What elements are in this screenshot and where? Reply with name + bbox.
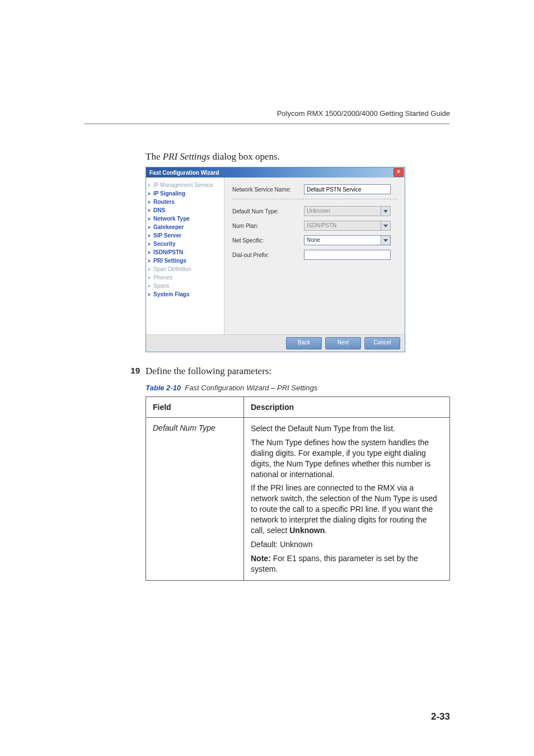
field-description-default-num-type: Select the Default Num Type from the lis… bbox=[244, 418, 450, 581]
step-number: 19 bbox=[123, 366, 140, 377]
page-number: 2-33 bbox=[431, 711, 450, 722]
table-head-description: Description bbox=[244, 397, 450, 418]
next-button[interactable]: Next bbox=[325, 337, 361, 349]
lead-text-italic: PRI Settings bbox=[163, 151, 210, 162]
lead-text-prefix: The bbox=[146, 151, 163, 162]
default-num-type-label: Default Num Type: bbox=[232, 208, 299, 214]
chevron-right-icon bbox=[148, 293, 151, 296]
nav-security[interactable]: Security bbox=[148, 240, 222, 248]
pri-settings-table: Field Description Default Num Type Selec… bbox=[146, 396, 450, 581]
select-value: ISDN/PSTN bbox=[305, 221, 381, 230]
table-caption-number: Table 2-10 bbox=[146, 384, 181, 392]
nav-label: Security bbox=[153, 241, 175, 247]
nav-spans[interactable]: Spans bbox=[148, 282, 222, 290]
nav-network-type[interactable]: Network Type bbox=[148, 214, 222, 223]
dialog-titlebar: Fast Configuration Wizard × bbox=[146, 167, 405, 178]
network-service-name-input[interactable] bbox=[304, 184, 391, 194]
default-num-type-select[interactable]: Unknown bbox=[304, 206, 391, 216]
nav-routers[interactable]: Routers bbox=[148, 198, 222, 206]
select-value: Unknown bbox=[305, 207, 381, 216]
num-plan-select[interactable]: ISDN/PSTN bbox=[304, 221, 391, 231]
chevron-right-icon bbox=[148, 226, 151, 229]
step-19: 19 Define the following parameters: bbox=[123, 366, 450, 377]
nav-phones[interactable]: Phones bbox=[148, 273, 222, 282]
table-caption: Table 2-10 Fast Configuration Wizard – P… bbox=[146, 384, 450, 392]
dialog-footer: Back Next Cancel bbox=[146, 334, 405, 352]
form-divider bbox=[232, 199, 397, 199]
chevron-right-icon bbox=[148, 276, 151, 279]
form-row-net-specific: Net Specific: None bbox=[232, 235, 397, 245]
net-specific-label: Net Specific: bbox=[232, 237, 299, 244]
nav-label: Phones bbox=[153, 274, 172, 281]
network-service-name-label: Network Service Name: bbox=[232, 186, 299, 193]
form-row-num-plan: Num Plan: ISDN/PSTN bbox=[232, 221, 397, 231]
table-row: Default Num Type Select the Default Num … bbox=[146, 418, 450, 581]
dial-out-prefix-input[interactable] bbox=[304, 250, 391, 260]
wizard-form: Network Service Name: Default Num Type: … bbox=[224, 178, 405, 334]
header-rule bbox=[84, 123, 450, 124]
nav-label: System Flags bbox=[153, 291, 189, 297]
form-row-default-num-type: Default Num Type: Unknown bbox=[232, 206, 397, 216]
dialog-intro-text: The PRI Settings dialog box opens. bbox=[146, 151, 450, 162]
nav-ip-management-service[interactable]: IP Management Service bbox=[148, 181, 222, 189]
chevron-right-icon bbox=[148, 259, 151, 263]
nav-dns[interactable]: DNS bbox=[148, 206, 222, 214]
chevron-right-icon bbox=[148, 200, 151, 204]
dialog-title: Fast Configuration Wizard bbox=[149, 170, 219, 176]
desc-p3-bold: Unknown bbox=[289, 526, 325, 535]
cancel-button[interactable]: Cancel bbox=[364, 337, 400, 349]
num-plan-label: Num Plan: bbox=[232, 223, 299, 229]
nav-sip-server[interactable]: SIP Server bbox=[148, 231, 222, 240]
field-name-default-num-type: Default Num Type bbox=[146, 418, 244, 581]
dial-out-prefix-label: Dial-out Prefix: bbox=[232, 252, 299, 258]
nav-label: Network Type bbox=[153, 216, 190, 222]
chevron-right-icon bbox=[148, 209, 151, 212]
step-text: Define the following parameters: bbox=[146, 366, 271, 377]
desc-p5-bold: Note: bbox=[251, 554, 271, 563]
chevron-down-icon bbox=[381, 236, 390, 245]
chevron-right-icon bbox=[148, 184, 151, 187]
chevron-right-icon bbox=[148, 284, 151, 288]
desc-p3a: If the PRI lines are connected to the RM… bbox=[251, 483, 437, 535]
page-body: The PRI Settings dialog box opens. Fast … bbox=[146, 151, 450, 581]
running-header: Polycom RMX 1500/2000/4000 Getting Start… bbox=[146, 109, 450, 118]
nav-label: IP Signaling bbox=[153, 190, 185, 197]
fast-config-wizard-dialog: Fast Configuration Wizard × IP Managemen… bbox=[146, 167, 405, 352]
desc-p3: If the PRI lines are connected to the RM… bbox=[251, 483, 443, 535]
lead-text-suffix: dialog box opens. bbox=[210, 151, 280, 162]
nav-system-flags[interactable]: System Flags bbox=[148, 290, 222, 298]
chevron-right-icon bbox=[148, 251, 151, 254]
table-head-field: Field bbox=[146, 397, 244, 418]
page: Polycom RMX 1500/2000/4000 Getting Start… bbox=[0, 0, 534, 756]
desc-p1: Select the Default Num Type from the lis… bbox=[251, 423, 443, 434]
nav-label: PRI Settings bbox=[153, 258, 186, 264]
chevron-down-icon bbox=[381, 207, 390, 216]
close-icon[interactable]: × bbox=[394, 168, 404, 177]
nav-label: Routers bbox=[153, 199, 175, 205]
nav-label: DNS bbox=[153, 207, 165, 213]
table-caption-text: Fast Configuration Wizard – PRI Settings bbox=[185, 384, 317, 392]
back-button[interactable]: Back bbox=[286, 337, 322, 349]
select-value: None bbox=[305, 236, 381, 245]
wizard-sidebar: IP Management Service IP Signaling Route… bbox=[146, 178, 224, 334]
nav-label: ISDN/PSTN bbox=[153, 249, 183, 255]
nav-label: SIP Server bbox=[153, 232, 181, 239]
chevron-right-icon bbox=[148, 192, 151, 195]
chevron-right-icon bbox=[148, 242, 151, 246]
desc-p5b: For E1 spans, this parameter is set by t… bbox=[251, 554, 418, 573]
desc-p2: The Num Type defines how the system hand… bbox=[251, 437, 443, 480]
net-specific-select[interactable]: None bbox=[304, 235, 391, 245]
nav-isdn-pstn[interactable]: ISDN/PSTN bbox=[148, 248, 222, 256]
nav-ip-signaling[interactable]: IP Signaling bbox=[148, 189, 222, 198]
chevron-right-icon bbox=[148, 268, 151, 271]
dialog-client-area: IP Management Service IP Signaling Route… bbox=[146, 178, 405, 334]
desc-p3c: . bbox=[325, 526, 327, 535]
nav-gatekeeper[interactable]: Gatekeeper bbox=[148, 223, 222, 231]
nav-span-definition[interactable]: Span Definition bbox=[148, 265, 222, 273]
chevron-right-icon bbox=[148, 217, 151, 221]
chevron-down-icon bbox=[381, 221, 390, 230]
desc-p4: Default: Unknown bbox=[251, 539, 443, 550]
nav-label: Gatekeeper bbox=[153, 224, 184, 230]
chevron-right-icon bbox=[148, 234, 151, 237]
nav-pri-settings[interactable]: PRI Settings bbox=[148, 256, 222, 265]
